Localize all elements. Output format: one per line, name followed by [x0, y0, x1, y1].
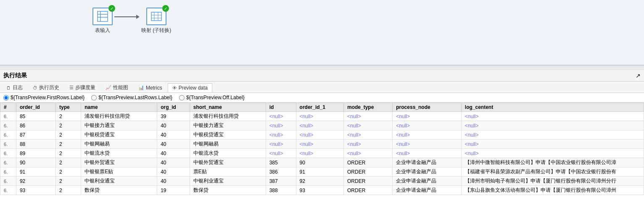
null-value: <null> — [269, 123, 283, 129]
cell-name: 中银接力通宝 — [81, 121, 157, 130]
cell-type: 2 — [55, 177, 81, 186]
tab-history[interactable]: ⏱ 执行历史 — [28, 82, 64, 92]
radio-off-input[interactable] — [179, 95, 185, 100]
cell-process_node: <null> — [393, 121, 462, 130]
cell-process_node: <null> — [393, 140, 462, 149]
radio-last-rows[interactable]: ${TransPreview.LastRows.Label} — [91, 95, 172, 100]
data-table-container[interactable]: # order_id type name org_id short_name i… — [0, 103, 644, 222]
cell-process_node: 企业申请金融产品 — [393, 177, 462, 186]
cell-short_name: 中银税贷通宝 — [190, 130, 266, 140]
cell-org_id: 40 — [157, 158, 190, 167]
null-value: <null> — [396, 141, 410, 147]
cell-order_id_1: <null> — [296, 121, 343, 130]
cell-type: 2 — [55, 186, 81, 195]
cell-num: 6. — [0, 158, 16, 167]
cell-order_id: 93 — [16, 186, 55, 195]
cell-org_id: 39 — [157, 112, 190, 121]
cell-short_name: 中银流水贷 — [190, 149, 266, 158]
col-short-name: short_name — [190, 103, 266, 112]
null-value: <null> — [396, 132, 410, 138]
radio-first-rows[interactable]: ${TransPreview.FirstRows.Label} — [3, 95, 84, 100]
cell-id: 387 — [266, 177, 296, 186]
cell-type: 2 — [55, 149, 81, 158]
null-value: <null> — [347, 123, 361, 129]
cell-order_id_1: <null> — [296, 130, 343, 140]
null-value: <null> — [465, 123, 479, 129]
col-mode-type: mode_type — [344, 103, 393, 112]
svg-rect-0 — [98, 11, 108, 21]
cell-order_id_1: <null> — [296, 149, 343, 158]
radio-off[interactable]: ${TransPreview.Off.Label} — [179, 95, 245, 100]
table-input-node[interactable]: ✓ 表输入 — [92, 8, 113, 34]
results-panel: 执行结果 ↗ 🗒 日志 ⏱ 执行历史 ☰ 步骤度量 📈 性能图 📊 Metric… — [0, 70, 644, 222]
cell-id: 385 — [266, 158, 296, 167]
cell-short_name: 中银外贸通宝 — [190, 158, 266, 167]
cell-name: 中银流水贷 — [81, 149, 157, 158]
tab-log[interactable]: 🗒 日志 — [2, 82, 27, 92]
cell-org_id: 40 — [157, 167, 190, 177]
cell-type: 2 — [55, 130, 81, 140]
canvas-area: ✓ 表输入 ✓ 映射 (子转换) — [0, 0, 644, 65]
null-value: <null> — [465, 132, 479, 138]
cell-short_name: 浦发银行科技信用贷 — [190, 112, 266, 121]
cell-mode_type: <null> — [344, 121, 393, 130]
preview-icon: 👁 — [172, 85, 177, 90]
null-value: <null> — [269, 114, 283, 119]
tab-steps[interactable]: ☰ 步骤度量 — [65, 82, 100, 92]
cell-type: 2 — [55, 167, 81, 177]
null-value: <null> — [465, 114, 479, 119]
table-row: 6.902中银外贸通宝40中银外贸通宝38590ORDER企业申请金融产品【漳州… — [0, 158, 644, 167]
table-input-icon-box: ✓ — [92, 8, 113, 25]
tab-preview[interactable]: 👁 Preview data — [168, 83, 212, 92]
cell-name: 中银银票E贴 — [81, 167, 157, 177]
cell-short_name: 票E贴 — [190, 167, 266, 177]
cell-mode_type: <null> — [344, 149, 393, 158]
cell-name: 中银税贷通宝 — [81, 130, 157, 140]
col-order-id-1: order_id_1 — [296, 103, 343, 112]
cell-name: 中银网融易 — [81, 140, 157, 149]
cell-num: 6. — [0, 112, 16, 121]
null-value: <null> — [396, 151, 410, 156]
cell-mode_type: ORDER — [344, 177, 393, 186]
cell-log_centent: <null> — [461, 149, 644, 158]
history-icon: ⏱ — [33, 85, 37, 90]
null-value: <null> — [300, 123, 314, 129]
null-value: <null> — [269, 151, 283, 156]
cell-order_id: 88 — [16, 140, 55, 149]
cell-order_id: 89 — [16, 149, 55, 158]
cell-num: 6. — [0, 140, 16, 149]
cell-id: <null> — [266, 140, 296, 149]
arrow-line — [114, 16, 136, 17]
cell-name: 中银外贸通宝 — [81, 158, 157, 167]
radio-last-input[interactable] — [91, 95, 97, 100]
cell-order_id_1: 90 — [296, 158, 343, 167]
cell-order_id: 85 — [16, 112, 55, 121]
cell-short_name: 中银利业通宝 — [190, 177, 266, 186]
mapping-node[interactable]: ✓ 映射 (子转换) — [141, 8, 171, 34]
radio-off-label: ${TransPreview.Off.Label} — [186, 95, 245, 100]
expand-button[interactable]: ↗ — [636, 72, 641, 79]
cell-process_node: 企业申请金融产品 — [393, 186, 462, 195]
cell-short_name: 数保贷 — [190, 186, 266, 195]
cell-order_id_1: <null> — [296, 112, 343, 121]
table-icon — [97, 11, 108, 22]
tab-metrics[interactable]: 📊 Metrics — [134, 83, 167, 92]
cell-process_node: 企业申请金融产品 — [393, 158, 462, 167]
cell-num: 6. — [0, 167, 16, 177]
cell-mode_type: ORDER — [344, 158, 393, 167]
tab-perf[interactable]: 📈 性能图 — [101, 82, 133, 92]
cell-org_id: 40 — [157, 130, 190, 140]
col-type: type — [55, 103, 81, 112]
tab-preview-label: Preview data — [179, 85, 208, 91]
col-org-id: org_id — [157, 103, 190, 112]
cell-num: 6. — [0, 177, 16, 186]
node-flow: ✓ 表输入 ✓ 映射 (子转换) — [92, 8, 171, 34]
canvas-scrollbar[interactable] — [0, 65, 644, 70]
radio-first-input[interactable] — [3, 95, 9, 100]
col-num: # — [0, 103, 16, 112]
null-value: <null> — [300, 132, 314, 138]
cell-process_node: <null> — [393, 130, 462, 140]
cell-order_id: 86 — [16, 121, 55, 130]
cell-process_node: <null> — [393, 149, 462, 158]
cell-id: <null> — [266, 112, 296, 121]
